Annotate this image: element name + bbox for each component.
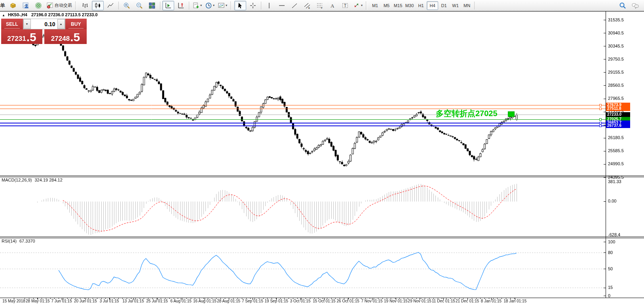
rsi-axis-tick: 80 [608,250,613,255]
sell-price-display[interactable]: 27231 .5 [1,29,42,44]
buy-price-fraction: .5 [70,32,80,43]
toolbar-separator [474,2,475,10]
bar-chart-button[interactable] [79,1,91,10]
trendline-tool[interactable] [289,1,300,10]
templates-dropdown-caret[interactable]: ▾ [226,4,227,7]
horizontal-line-tool[interactable] [276,1,288,10]
sell-button[interactable]: SELL [1,19,23,29]
arrows-dropdown-caret[interactable]: ▾ [361,4,363,7]
timeframe-m5[interactable]: M5 [381,1,392,10]
macd-axis-tick: -628.4 [608,232,620,237]
macd-axis-tick: 0.00 [608,199,616,203]
macd-values: 324.19 284.12 [34,178,62,182]
one-click-collapse-icon[interactable]: ▲ [2,13,5,17]
chart-canvas[interactable] [0,0,644,304]
toolbar-separator [189,2,189,10]
timeframe-h4[interactable]: H4 [427,1,438,10]
new-chart-button[interactable] [7,1,19,10]
price-axis-tick: 24990.5 [608,161,624,166]
buy-button[interactable]: BUY [65,19,87,29]
autotrading-button[interactable]: 自动交易 [45,1,73,10]
price-axis-tick: 29155.5 [608,70,624,75]
chat-button[interactable] [629,1,641,10]
vertical-line-icon [266,2,273,9]
cursor-tool-button[interactable] [234,1,246,10]
sell-label: SELL [6,21,18,27]
horizontal-line-icon [278,2,285,9]
template-icon [218,2,225,9]
profiles-button[interactable] [20,1,32,10]
date-axis-label: 7 Sep 01:15 [242,299,263,303]
timeframe-w1[interactable]: W1 [450,1,461,10]
buy-price-main: 27248 [51,35,70,43]
volume-input[interactable] [31,19,57,29]
search-button[interactable] [617,1,629,10]
new-chart-icon [9,2,17,9]
vertical-line-tool[interactable] [263,1,275,10]
ohlc-values: 27196.0 27236.0 27113.5 27233.0 [31,12,98,17]
tile-windows-button[interactable] [146,1,158,10]
one-click-trading-panel: SELL ▼ ▲ BUY 27231 .5 27248 .5 [1,19,87,44]
volume-decrease-button[interactable]: ▼ [23,19,31,29]
arrows-tool[interactable]: ▾ [352,1,364,10]
cursor-icon [237,2,244,9]
date-axis-label: 28 Aug 01:15 [217,299,240,303]
volume-increase-button[interactable]: ▲ [57,19,65,29]
bid-price-label: 27233.0 [606,112,630,117]
date-axis-label: 28 May 01:15 [26,299,50,303]
buy-label: BUY [71,21,81,27]
zoom-out-icon [136,2,143,9]
date-axis-label: 3 Jul 01:15 [100,299,119,303]
timeframe-h1[interactable]: H1 [415,1,427,10]
indicators-icon [192,2,199,9]
candlestick-chart-button[interactable] [92,1,104,10]
crosshair-tool-button[interactable] [247,1,259,10]
price-axis-tick: 30940.5 [608,31,624,35]
zoom-in-button[interactable] [121,1,133,10]
equidistant-channel-tool[interactable]: E [301,1,313,10]
text-tool[interactable]: A [327,1,338,10]
timeframe-m1[interactable]: M1 [369,1,381,10]
sell-price-fraction: .5 [27,32,36,43]
periods-dropdown-caret[interactable]: ▾ [213,4,215,7]
symbol-period-label: HK50-,H4 [8,12,27,17]
toolbar-separator [118,2,119,10]
clock-icon [205,2,212,9]
zoom-out-button[interactable] [133,1,145,10]
bar-chart-icon [82,2,89,9]
fibonacci-tool[interactable]: F [314,1,326,10]
indicators-button[interactable]: ▾ [191,1,203,10]
templates-button[interactable]: ▾ [217,1,228,10]
date-axis-label: 19 Nov 01:15 [384,299,408,303]
new-order-label[interactable]: 单 [0,2,5,9]
timeframe-m30[interactable]: M30 [404,1,415,10]
periods-button[interactable]: ▾ [204,1,216,10]
arrows-icon [353,2,360,9]
timeframe-mn[interactable]: MN [461,1,473,10]
rsi-value: 67.3370 [19,239,35,243]
timeframe-m15[interactable]: M15 [392,1,404,10]
toolbar-grip [230,2,232,10]
macd-label: MACD(12,26,9) 324.19 284.12 [2,178,63,182]
indicators-dropdown-caret[interactable]: ▾ [200,4,202,7]
rsi-axis-tick: 0 [608,293,610,298]
rsi-axis-tick: 50 [608,266,613,271]
zoom-in-icon [123,2,130,9]
buy-price-display[interactable]: 27248 .5 [44,29,87,44]
price-axis-tick: 27965.5 [608,96,624,101]
timeframe-d1[interactable]: D1 [438,1,450,10]
autotrading-label: 自动交易 [55,2,72,8]
date-axis-label: 29 Nov 01:15 [408,299,431,303]
sell-price-main: 27231 [7,35,26,43]
green-marker[interactable] [508,111,515,117]
trendline-icon [291,2,298,9]
line-chart-button[interactable] [104,1,116,10]
text-label-tool[interactable]: T [339,1,351,10]
svg-text:E: E [308,7,310,9]
date-axis-label: 25 Jul 01:15 [146,299,168,303]
expert-advisors-button[interactable] [32,1,44,10]
chart-shift-button[interactable] [175,1,187,10]
auto-scroll-button[interactable] [162,1,174,10]
date-axis-label: 7 Nov 01:15 [361,299,383,303]
turning-point-annotation[interactable]: 多空转折点27025 [436,108,498,119]
